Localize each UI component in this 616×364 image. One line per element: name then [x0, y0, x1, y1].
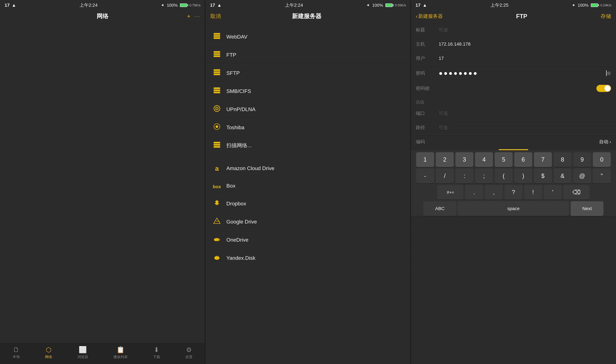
tab-network-label: 网络 [45, 354, 52, 359]
gdrive-label: Google Drive [226, 219, 257, 225]
status-bar-1: 17 ▲ 上午2:24 ✦ 100% 0.75K/s [0, 0, 205, 10]
server-item-gdrive[interactable]: Google Drive [205, 213, 411, 231]
key-at[interactable]: @ [573, 169, 591, 183]
key-7[interactable]: 7 [534, 152, 552, 167]
battery-pct-2: 100% [372, 3, 383, 8]
svg-rect-2 [214, 37, 220, 39]
label-path: 路径 [416, 125, 439, 131]
back-button[interactable]: ‹ 新建服务器 [416, 13, 443, 20]
field-password-lock[interactable]: 密码锁 [411, 81, 616, 96]
tab-settings[interactable]: ⚙ 设置 [185, 346, 192, 359]
svg-rect-3 [214, 51, 220, 53]
panel-new-server: 17 ▲ 上午2:24 ✦ 100% 0.55K/s 取消 新建服务器 WebD… [205, 0, 411, 364]
svg-rect-19 [214, 146, 220, 148]
server-item-onedrive[interactable]: OneDrive [205, 231, 411, 249]
server-item-ftp[interactable]: FTP [205, 46, 411, 64]
value-user: 17 [439, 56, 611, 61]
clear-password-button[interactable]: ⊗ [607, 70, 611, 76]
server-item-toshiba[interactable]: Toshiba [205, 118, 411, 137]
key-5[interactable]: 5 [495, 152, 513, 167]
tab-playlist[interactable]: 📋 播放列表 [113, 346, 128, 359]
key-space[interactable]: space [458, 201, 569, 216]
key-question[interactable]: ? [505, 185, 522, 200]
label-password: 密码 [416, 70, 439, 76]
key-8[interactable]: 8 [554, 152, 572, 167]
server-item-sftp[interactable]: SFTP [205, 64, 411, 82]
key-exclaim[interactable]: ! [524, 185, 542, 200]
key-apostrophe[interactable]: ' [544, 185, 562, 200]
server-item-scan[interactable]: 扫描网络... [205, 137, 411, 155]
smb-label: SMB/CIFS [226, 88, 251, 94]
key-next[interactable]: Next [571, 201, 603, 216]
toshiba-icon [212, 123, 222, 132]
key-rparen[interactable]: ) [514, 169, 532, 183]
key-period[interactable]: . [465, 185, 483, 200]
field-password[interactable]: 密码 ●●●●●●●● ⊗ [411, 65, 616, 81]
label-user: 用户 [416, 55, 439, 61]
field-encoding[interactable]: 编码 自动 › [411, 135, 616, 149]
add-button-1[interactable]: + [187, 13, 190, 20]
key-dollar[interactable]: $ [534, 169, 552, 183]
tab-network[interactable]: ⬡ 网络 [45, 346, 52, 359]
sftp-icon [212, 69, 222, 78]
bluetooth-icon-3: ✦ [572, 3, 575, 8]
key-0[interactable]: 0 [593, 152, 611, 167]
key-6[interactable]: 6 [514, 152, 532, 167]
webdav-icon [212, 32, 222, 41]
key-slash[interactable]: / [436, 169, 454, 183]
field-title[interactable]: 标题 可选 [411, 23, 616, 37]
svg-rect-8 [214, 74, 220, 75]
field-user[interactable]: 用户 17 [411, 51, 616, 65]
field-port[interactable]: 端口 可选 [411, 106, 616, 121]
key-3[interactable]: 3 [455, 152, 473, 167]
server-item-dropbox[interactable]: Dropbox [205, 195, 411, 213]
status-bar-2: 17 ▲ 上午2:24 ✦ 100% 0.55K/s [205, 0, 411, 10]
box-icon: box [212, 182, 222, 190]
tab-local[interactable]: 🗋 本地 [13, 346, 20, 359]
server-item-amazon[interactable]: a Amazon Cloud Drive [205, 160, 411, 177]
sftp-label: SFTP [226, 70, 240, 76]
more-button-1[interactable]: ··· [194, 13, 200, 19]
key-9[interactable]: 9 [573, 152, 591, 167]
scan-label: 扫描网络... [226, 142, 252, 149]
key-semicolon[interactable]: ; [475, 169, 493, 183]
key-amp[interactable]: & [554, 169, 572, 183]
key-delete[interactable]: ⌫ [563, 185, 589, 200]
key-4[interactable]: 4 [475, 152, 493, 167]
key-1[interactable]: 1 [416, 152, 434, 167]
key-2[interactable]: 2 [436, 152, 454, 167]
field-path[interactable]: 路径 可选 [411, 121, 616, 135]
password-lock-toggle[interactable] [596, 85, 611, 92]
server-item-box[interactable]: box Box [205, 177, 411, 195]
status-left-3: 17 ▲ [415, 3, 427, 8]
key-hash[interactable]: #+= [437, 185, 464, 200]
label-encoding: 编码 [416, 139, 439, 145]
key-abc[interactable]: ABC [424, 201, 456, 216]
server-item-yandex[interactable]: Yandex.Disk [205, 249, 411, 267]
status-left-1: 17 ▲ [5, 3, 16, 8]
key-dash[interactable]: - [416, 169, 434, 183]
key-quote[interactable]: " [593, 169, 611, 183]
toshiba-label: Toshiba [226, 125, 244, 130]
save-button[interactable]: 存储 [601, 13, 611, 20]
key-colon[interactable]: : [455, 169, 473, 183]
server-item-smb[interactable]: SMB/CIFS [205, 82, 411, 100]
server-item-upnp[interactable]: UPnP/DLNA [205, 100, 411, 118]
field-host[interactable]: 主机 172.16.148.178 [411, 37, 616, 51]
tab-download[interactable]: ⬇ 下载 [153, 346, 160, 359]
server-item-webdav[interactable]: WebDAV [205, 28, 411, 46]
label-password-lock: 密码锁 [416, 85, 439, 91]
battery-icon-1 [180, 3, 187, 7]
svg-rect-5 [214, 55, 220, 57]
key-comma[interactable]: , [485, 185, 503, 200]
dropbox-icon [212, 199, 222, 208]
cancel-button[interactable]: 取消 [210, 13, 221, 20]
signal-2: 17 [210, 3, 215, 8]
dropbox-label: Dropbox [226, 201, 246, 207]
tab-local-label: 本地 [13, 354, 20, 359]
toggle-thumb [604, 85, 611, 91]
status-time-3: 上午2:25 [490, 2, 508, 8]
tab-browser[interactable]: ⬜ 浏览器 [77, 346, 88, 359]
key-lparen[interactable]: ( [495, 169, 513, 183]
svg-rect-0 [214, 33, 220, 35]
